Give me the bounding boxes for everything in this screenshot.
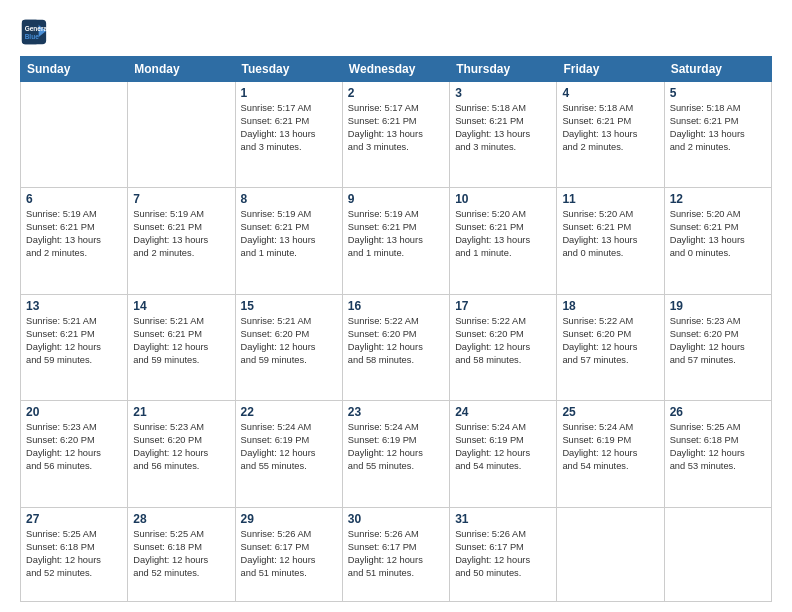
logo: General Blue <box>20 18 53 46</box>
day-cell: 9Sunrise: 5:19 AM Sunset: 6:21 PM Daylig… <box>342 188 449 294</box>
day-cell: 25Sunrise: 5:24 AM Sunset: 6:19 PM Dayli… <box>557 401 664 507</box>
day-number: 19 <box>670 299 766 313</box>
day-cell: 18Sunrise: 5:22 AM Sunset: 6:20 PM Dayli… <box>557 294 664 400</box>
day-cell: 17Sunrise: 5:22 AM Sunset: 6:20 PM Dayli… <box>450 294 557 400</box>
day-cell <box>664 507 771 601</box>
day-number: 10 <box>455 192 551 206</box>
day-info: Sunrise: 5:25 AM Sunset: 6:18 PM Dayligh… <box>26 528 122 580</box>
day-number: 29 <box>241 512 337 526</box>
day-number: 8 <box>241 192 337 206</box>
day-cell: 1Sunrise: 5:17 AM Sunset: 6:21 PM Daylig… <box>235 82 342 188</box>
day-info: Sunrise: 5:25 AM Sunset: 6:18 PM Dayligh… <box>670 421 766 473</box>
day-info: Sunrise: 5:18 AM Sunset: 6:21 PM Dayligh… <box>562 102 658 154</box>
day-cell: 7Sunrise: 5:19 AM Sunset: 6:21 PM Daylig… <box>128 188 235 294</box>
weekday-header-thursday: Thursday <box>450 57 557 82</box>
day-cell: 6Sunrise: 5:19 AM Sunset: 6:21 PM Daylig… <box>21 188 128 294</box>
day-number: 7 <box>133 192 229 206</box>
logo-icon: General Blue <box>20 18 48 46</box>
day-number: 17 <box>455 299 551 313</box>
day-info: Sunrise: 5:26 AM Sunset: 6:17 PM Dayligh… <box>348 528 444 580</box>
day-cell: 4Sunrise: 5:18 AM Sunset: 6:21 PM Daylig… <box>557 82 664 188</box>
weekday-header-sunday: Sunday <box>21 57 128 82</box>
day-info: Sunrise: 5:21 AM Sunset: 6:20 PM Dayligh… <box>241 315 337 367</box>
day-info: Sunrise: 5:19 AM Sunset: 6:21 PM Dayligh… <box>26 208 122 260</box>
day-cell: 26Sunrise: 5:25 AM Sunset: 6:18 PM Dayli… <box>664 401 771 507</box>
day-info: Sunrise: 5:22 AM Sunset: 6:20 PM Dayligh… <box>562 315 658 367</box>
week-row-5: 27Sunrise: 5:25 AM Sunset: 6:18 PM Dayli… <box>21 507 772 601</box>
day-number: 27 <box>26 512 122 526</box>
svg-text:General: General <box>25 25 48 32</box>
weekday-header-saturday: Saturday <box>664 57 771 82</box>
day-info: Sunrise: 5:20 AM Sunset: 6:21 PM Dayligh… <box>562 208 658 260</box>
day-info: Sunrise: 5:19 AM Sunset: 6:21 PM Dayligh… <box>241 208 337 260</box>
weekday-header-friday: Friday <box>557 57 664 82</box>
day-number: 9 <box>348 192 444 206</box>
day-cell: 31Sunrise: 5:26 AM Sunset: 6:17 PM Dayli… <box>450 507 557 601</box>
day-info: Sunrise: 5:22 AM Sunset: 6:20 PM Dayligh… <box>348 315 444 367</box>
week-row-3: 13Sunrise: 5:21 AM Sunset: 6:21 PM Dayli… <box>21 294 772 400</box>
day-cell <box>557 507 664 601</box>
day-number: 13 <box>26 299 122 313</box>
day-number: 2 <box>348 86 444 100</box>
day-cell <box>128 82 235 188</box>
day-number: 31 <box>455 512 551 526</box>
day-cell: 30Sunrise: 5:26 AM Sunset: 6:17 PM Dayli… <box>342 507 449 601</box>
week-row-2: 6Sunrise: 5:19 AM Sunset: 6:21 PM Daylig… <box>21 188 772 294</box>
day-info: Sunrise: 5:23 AM Sunset: 6:20 PM Dayligh… <box>26 421 122 473</box>
day-number: 25 <box>562 405 658 419</box>
day-number: 21 <box>133 405 229 419</box>
day-cell: 12Sunrise: 5:20 AM Sunset: 6:21 PM Dayli… <box>664 188 771 294</box>
day-number: 12 <box>670 192 766 206</box>
day-cell: 5Sunrise: 5:18 AM Sunset: 6:21 PM Daylig… <box>664 82 771 188</box>
calendar-table: SundayMondayTuesdayWednesdayThursdayFrid… <box>20 56 772 602</box>
day-info: Sunrise: 5:19 AM Sunset: 6:21 PM Dayligh… <box>133 208 229 260</box>
day-number: 23 <box>348 405 444 419</box>
day-info: Sunrise: 5:20 AM Sunset: 6:21 PM Dayligh… <box>670 208 766 260</box>
day-info: Sunrise: 5:25 AM Sunset: 6:18 PM Dayligh… <box>133 528 229 580</box>
day-number: 18 <box>562 299 658 313</box>
day-cell: 10Sunrise: 5:20 AM Sunset: 6:21 PM Dayli… <box>450 188 557 294</box>
day-number: 11 <box>562 192 658 206</box>
day-number: 15 <box>241 299 337 313</box>
day-number: 24 <box>455 405 551 419</box>
day-info: Sunrise: 5:19 AM Sunset: 6:21 PM Dayligh… <box>348 208 444 260</box>
day-cell: 15Sunrise: 5:21 AM Sunset: 6:20 PM Dayli… <box>235 294 342 400</box>
day-info: Sunrise: 5:24 AM Sunset: 6:19 PM Dayligh… <box>562 421 658 473</box>
day-cell: 23Sunrise: 5:24 AM Sunset: 6:19 PM Dayli… <box>342 401 449 507</box>
day-number: 3 <box>455 86 551 100</box>
day-info: Sunrise: 5:18 AM Sunset: 6:21 PM Dayligh… <box>670 102 766 154</box>
day-number: 22 <box>241 405 337 419</box>
day-cell <box>21 82 128 188</box>
weekday-header-monday: Monday <box>128 57 235 82</box>
day-cell: 21Sunrise: 5:23 AM Sunset: 6:20 PM Dayli… <box>128 401 235 507</box>
header: General Blue <box>20 18 772 46</box>
day-number: 26 <box>670 405 766 419</box>
week-row-1: 1Sunrise: 5:17 AM Sunset: 6:21 PM Daylig… <box>21 82 772 188</box>
day-info: Sunrise: 5:17 AM Sunset: 6:21 PM Dayligh… <box>348 102 444 154</box>
day-info: Sunrise: 5:23 AM Sunset: 6:20 PM Dayligh… <box>670 315 766 367</box>
day-info: Sunrise: 5:24 AM Sunset: 6:19 PM Dayligh… <box>241 421 337 473</box>
day-info: Sunrise: 5:24 AM Sunset: 6:19 PM Dayligh… <box>348 421 444 473</box>
day-number: 30 <box>348 512 444 526</box>
day-number: 5 <box>670 86 766 100</box>
day-cell: 29Sunrise: 5:26 AM Sunset: 6:17 PM Dayli… <box>235 507 342 601</box>
day-cell: 2Sunrise: 5:17 AM Sunset: 6:21 PM Daylig… <box>342 82 449 188</box>
day-cell: 16Sunrise: 5:22 AM Sunset: 6:20 PM Dayli… <box>342 294 449 400</box>
day-cell: 27Sunrise: 5:25 AM Sunset: 6:18 PM Dayli… <box>21 507 128 601</box>
day-info: Sunrise: 5:26 AM Sunset: 6:17 PM Dayligh… <box>455 528 551 580</box>
day-cell: 20Sunrise: 5:23 AM Sunset: 6:20 PM Dayli… <box>21 401 128 507</box>
day-cell: 14Sunrise: 5:21 AM Sunset: 6:21 PM Dayli… <box>128 294 235 400</box>
day-cell: 3Sunrise: 5:18 AM Sunset: 6:21 PM Daylig… <box>450 82 557 188</box>
day-number: 4 <box>562 86 658 100</box>
day-cell: 13Sunrise: 5:21 AM Sunset: 6:21 PM Dayli… <box>21 294 128 400</box>
day-cell: 24Sunrise: 5:24 AM Sunset: 6:19 PM Dayli… <box>450 401 557 507</box>
day-info: Sunrise: 5:24 AM Sunset: 6:19 PM Dayligh… <box>455 421 551 473</box>
weekday-header-tuesday: Tuesday <box>235 57 342 82</box>
day-cell: 11Sunrise: 5:20 AM Sunset: 6:21 PM Dayli… <box>557 188 664 294</box>
day-info: Sunrise: 5:17 AM Sunset: 6:21 PM Dayligh… <box>241 102 337 154</box>
day-info: Sunrise: 5:18 AM Sunset: 6:21 PM Dayligh… <box>455 102 551 154</box>
calendar-header-row: SundayMondayTuesdayWednesdayThursdayFrid… <box>21 57 772 82</box>
day-info: Sunrise: 5:21 AM Sunset: 6:21 PM Dayligh… <box>133 315 229 367</box>
day-info: Sunrise: 5:21 AM Sunset: 6:21 PM Dayligh… <box>26 315 122 367</box>
day-cell: 19Sunrise: 5:23 AM Sunset: 6:20 PM Dayli… <box>664 294 771 400</box>
